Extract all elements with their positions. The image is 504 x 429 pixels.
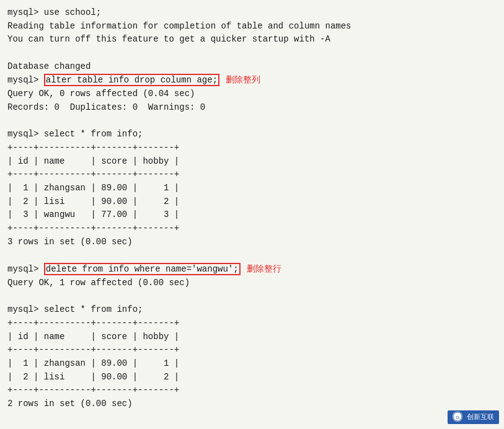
terminal-line-l11: +----+----------+-------+-------+ — [7, 141, 497, 155]
terminal-line-l14: | 1 | zhangsan | 89.00 | 1 | — [7, 182, 497, 195]
terminal-line-l2: Reading table information for completion… — [7, 20, 497, 33]
terminal-line-l10: mysql> select * from info; — [7, 128, 497, 141]
terminal-line-l18: 3 rows in set (0.00 sec) — [7, 236, 497, 249]
svg-text:G: G — [456, 415, 459, 420]
terminal-line-l30: 2 rows in set (0.00 sec) — [7, 397, 497, 411]
watermark-icon: G — [453, 412, 462, 422]
terminal-output: mysql> use school; Reading table informa… — [7, 6, 497, 411]
mysql-prompt: mysql> — [7, 75, 44, 85]
terminal-line-l6: mysql> alter table info drop column age;… — [7, 73, 497, 87]
terminal-line-l16: | 3 | wangwu | 77.00 | 3 | — [7, 208, 497, 222]
terminal-line-l22 — [7, 290, 497, 303]
command-annotation: 删除整行 — [247, 264, 281, 273]
terminal-line-l25: | id | name | score | hobby | — [7, 330, 497, 344]
terminal-line-l12: | id | name | score | hobby | — [7, 155, 497, 169]
command-annotation: 删除整列 — [226, 75, 260, 84]
watermark-text: 创新互联 — [467, 413, 494, 420]
mysql-prompt: mysql> — [7, 264, 44, 274]
terminal-line-l24: +----+----------+-------+-------+ — [7, 317, 497, 330]
terminal-line-l26: +----+----------+-------+-------+ — [7, 343, 497, 357]
terminal-line-l9 — [7, 115, 497, 128]
terminal-line-l23: mysql> select * from info; — [7, 303, 497, 317]
terminal-line-l19 — [7, 249, 497, 262]
terminal-line-l21: Query OK, 1 row affected (0.00 sec) — [7, 276, 497, 290]
terminal-line-l27: | 1 | zhangsan | 89.00 | 1 | — [7, 357, 497, 371]
terminal-line-l29: +----+----------+-------+-------+ — [7, 384, 497, 397]
terminal-line-l17: +----+----------+-------+-------+ — [7, 222, 497, 236]
terminal-line-l15: | 2 | lisi | 90.00 | 2 | — [7, 195, 497, 209]
mysql-command: alter table info drop column age; — [44, 74, 219, 86]
terminal-line-l13: +----+----------+-------+-------+ — [7, 168, 497, 182]
terminal-line-l20: mysql> delete from info where name='wang… — [7, 262, 497, 276]
terminal-line-l28: | 2 | lisi | 90.00 | 2 | — [7, 371, 497, 384]
terminal-line-l7: Query OK, 0 rows affected (0.04 sec) — [7, 87, 497, 101]
mysql-command: delete from info where name='wangwu'; — [44, 263, 241, 275]
watermark: G 创新互联 — [448, 410, 499, 424]
terminal-line-l5: Database changed — [7, 60, 497, 74]
terminal-line-l1: mysql> use school; — [7, 6, 497, 20]
terminal-line-l3: You can turn off this feature to get a q… — [7, 33, 497, 46]
terminal-line-l8: Records: 0 Duplicates: 0 Warnings: 0 — [7, 101, 497, 115]
terminal-line-l4 — [7, 46, 497, 60]
